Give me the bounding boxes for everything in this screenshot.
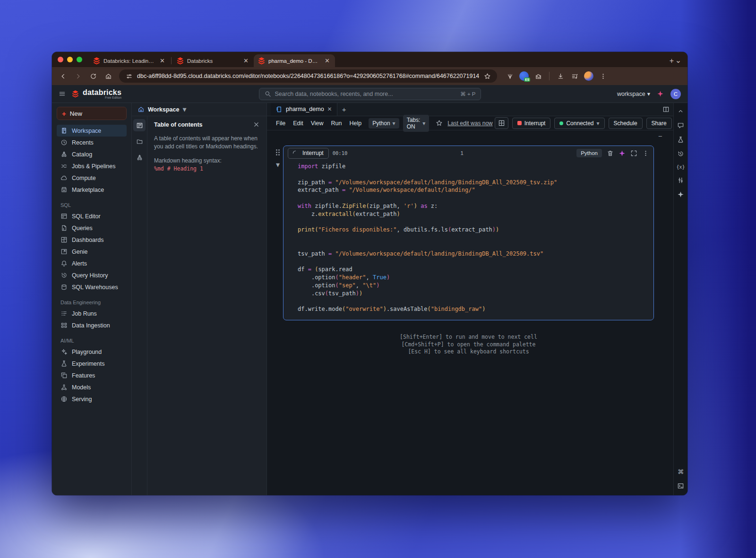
breadcrumb[interactable]: Workspace ▾ (132, 103, 266, 116)
sidebar-item-models[interactable]: Models (57, 381, 127, 393)
code-editor[interactable]: import zipfile zip_path = "/Volumes/work… (284, 160, 653, 320)
close-tab-icon[interactable]: ✕ (323, 57, 331, 64)
toolbar-divider (549, 72, 550, 80)
sidebar-item-sql-warehouses[interactable]: SQL Warehouses (57, 281, 127, 293)
close-tab-icon[interactable]: ✕ (242, 57, 250, 64)
address-bar[interactable]: dbc-a6ff98dd-8d95.cloud.databricks.com/e… (119, 69, 497, 83)
sidebar-item-recents[interactable]: Recents (57, 137, 127, 148)
sidebar-item-job-runs[interactable]: Job Runs (57, 308, 127, 319)
drag-handle-icon[interactable] (276, 149, 280, 155)
minimize-window-button[interactable] (67, 57, 73, 62)
sidebar-item-alerts[interactable]: Alerts (57, 258, 127, 269)
delete-cell-trash-icon[interactable] (607, 150, 614, 157)
cell-menu-kebab-icon[interactable] (642, 150, 649, 157)
close-window-button[interactable] (58, 57, 63, 62)
browser-tab[interactable]: pharma_demo - Databricks✕ (254, 54, 335, 67)
sidebar-item-features[interactable]: Features (57, 369, 127, 381)
beaker-icon[interactable] (677, 136, 684, 143)
cluster-connect-button[interactable]: Connected▾ (554, 118, 604, 129)
tab-search-chevron-icon[interactable]: ⌄ (674, 56, 683, 65)
sidebar-item-label: Marketplace (72, 187, 104, 193)
global-search-input[interactable]: Search data, notebooks, recents, and mor… (259, 88, 481, 100)
sidebar-item-catalog[interactable]: Catalog (57, 148, 127, 160)
bookmark-star-icon[interactable] (483, 72, 491, 80)
sidebar-item-label: Recents (72, 139, 94, 146)
braces-icon[interactable]: {x} (676, 164, 685, 170)
extension-claw-icon[interactable] (504, 70, 516, 82)
last-edit-link[interactable]: Last edit was now (447, 120, 492, 127)
sliders-icon[interactable] (677, 177, 684, 184)
sidebar-item-query-history[interactable]: Query History (57, 269, 127, 281)
sidebar-item-marketplace[interactable]: Marketplace (57, 184, 127, 196)
folder-icon[interactable] (133, 135, 146, 147)
history-icon[interactable] (677, 150, 684, 157)
results-collapse-dash[interactable]: – (659, 132, 662, 139)
user-avatar[interactable]: C (670, 89, 681, 99)
interrupt-button[interactable]: Interrupt (512, 118, 551, 129)
table-view-icon[interactable] (495, 117, 508, 129)
terminal-icon[interactable] (677, 482, 684, 489)
databricks-logo[interactable]: databricks Free Edition (71, 88, 121, 99)
forward-icon[interactable] (72, 70, 84, 82)
cell-language-chip[interactable]: Python (576, 149, 602, 157)
back-icon[interactable] (57, 70, 69, 82)
schedule-button[interactable]: Schedule (609, 118, 643, 129)
menu-edit[interactable]: Edit (290, 118, 307, 129)
catalog-tree-icon[interactable] (133, 151, 146, 163)
cell-interrupt-button[interactable]: Interrupt (288, 148, 329, 159)
new-tab-button[interactable]: + (670, 57, 674, 65)
downloads-icon[interactable] (554, 70, 567, 82)
tabs-toggle[interactable]: Tabs: ON▾ (403, 115, 430, 132)
code-cell[interactable]: Interrupt 00:10 1 Python (283, 146, 654, 320)
workspace-switcher[interactable]: workspace ▾ (617, 90, 650, 97)
toc-panel-icon[interactable] (133, 119, 146, 131)
new-button[interactable]: + New (57, 107, 127, 120)
chevron-up-icon[interactable] (677, 108, 684, 115)
browser-profile-avatar[interactable] (583, 70, 595, 82)
sidebar-item-experiments[interactable]: Experiments (57, 358, 127, 369)
browser-tab[interactable]: Databricks✕ (172, 54, 254, 67)
sidebar-item-data-ingestion[interactable]: Data Ingestion (57, 319, 127, 331)
sidebar-item-sql-editor[interactable]: SQL Editor (57, 210, 127, 222)
browser-menu-kebab-icon[interactable] (597, 70, 609, 82)
sidebar-item-genie[interactable]: Genie (57, 246, 127, 258)
sparkle-icon[interactable] (677, 191, 684, 198)
expand-cell-icon[interactable] (630, 150, 637, 157)
menu-run[interactable]: Run (328, 118, 345, 129)
extension-es-icon[interactable]: ES (518, 70, 530, 82)
comment-icon[interactable] (677, 122, 684, 129)
cmd-icon[interactable]: ⌘ (678, 468, 684, 475)
sidebar-item-jobs-pipelines[interactable]: Jobs & Pipelines (57, 160, 127, 172)
reading-list-icon[interactable] (568, 70, 581, 82)
zoom-window-button[interactable] (77, 57, 82, 62)
reload-icon[interactable] (87, 70, 99, 82)
menu-file[interactable]: File (273, 118, 289, 129)
sidebar-item-compute[interactable]: Compute (57, 172, 127, 184)
menu-help[interactable]: Help (346, 118, 365, 129)
browser-tab[interactable]: Databricks: Leading Data and✕ (89, 54, 170, 67)
close-icon[interactable] (253, 121, 260, 128)
add-notebook-tab-button[interactable]: + (342, 105, 346, 113)
split-view-icon[interactable] (662, 106, 670, 113)
share-button[interactable]: Share (646, 118, 672, 129)
chevron-down-icon[interactable]: ▾ (182, 105, 186, 114)
close-icon[interactable]: ✕ (327, 106, 332, 112)
sidebar-item-serving[interactable]: Serving (57, 393, 127, 405)
assistant-sparkle-icon[interactable] (657, 90, 664, 97)
sidebar-item-queries[interactable]: Queries (57, 222, 127, 234)
home-icon[interactable] (102, 70, 114, 82)
sidebar-item-dashboards[interactable]: Dashboards (57, 234, 127, 246)
notebook-tab[interactable]: pharma_demo ✕ (271, 103, 337, 116)
cell-assistant-sparkle-icon[interactable] (619, 150, 626, 157)
language-selector[interactable]: Python▾ (369, 118, 399, 129)
code-line: .csv(tsv_path)) (298, 290, 647, 298)
extensions-puzzle-icon[interactable] (532, 70, 544, 82)
sidebar-item-playground[interactable]: Playground (57, 346, 127, 358)
sidebar-item-workspace[interactable]: Workspace (57, 125, 127, 137)
collapse-cell-chevron-icon[interactable]: ▾ (276, 160, 280, 169)
menu-view[interactable]: View (308, 118, 327, 129)
favorite-star-icon[interactable] (436, 120, 443, 127)
site-settings-icon[interactable] (125, 72, 133, 80)
close-tab-icon[interactable]: ✕ (158, 57, 166, 64)
hamburger-menu-icon[interactable] (59, 90, 66, 97)
